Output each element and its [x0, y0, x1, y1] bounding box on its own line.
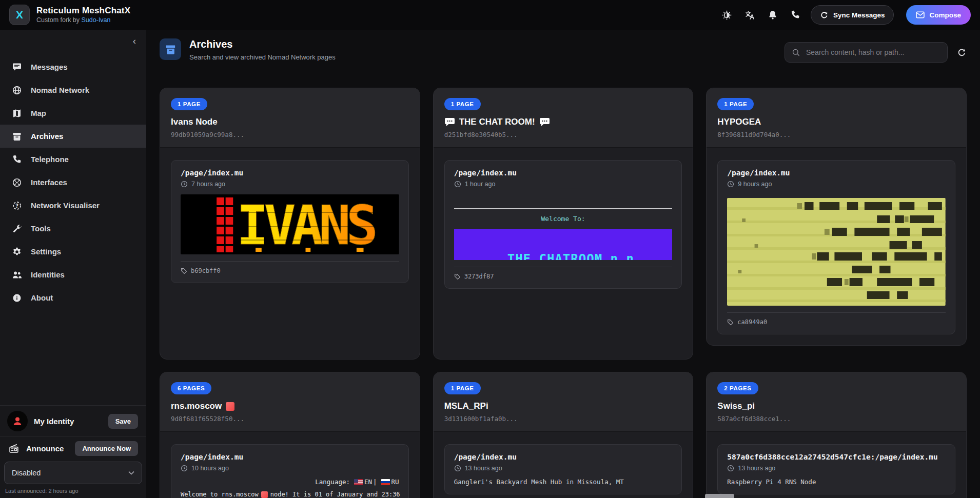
archive-card-chat-room[interactable]: 1 PAGE THE CHAT ROOM! d251bfd8e305 [433, 88, 694, 360]
page-text-preview: Gangleri's Backyard Mesh Hub in Missoula… [454, 478, 673, 486]
translate-button[interactable] [744, 10, 755, 21]
last-announced-text: Last announced: 2 hours ago [0, 488, 146, 498]
timestamp-text: 10 hours ago [191, 465, 229, 472]
telephone-button[interactable] [790, 10, 800, 20]
announce-interval-value: Disabled [12, 469, 41, 477]
clock-icon [454, 181, 461, 188]
announce-now-button[interactable]: Announce Now [75, 441, 138, 456]
sidebar-item-label: Identities [31, 270, 65, 279]
archived-page-panel[interactable]: /page/index.mu 9 hours ago [717, 160, 955, 334]
archive-card-swiss-pi[interactable]: 2 PAGES Swiss_pi 587a0cf6d388cce1... 587… [706, 372, 967, 498]
language-line: Language: EN|RU [181, 478, 399, 486]
sidebar-item-label: Map [31, 109, 46, 117]
page-timestamp: 1 hour ago [454, 181, 673, 188]
sidebar-item-network-visualiser[interactable]: ? Network Visualiser [0, 194, 146, 217]
clock-icon [727, 181, 734, 188]
banner-text: THE CHATROOM n_n [507, 252, 634, 260]
page-path: 587a0cf6d388cce12a27452d547cfc1e:/page/i… [727, 453, 946, 461]
sidebar-item-label: Telephone [31, 155, 69, 164]
archive-card-rns-moscow[interactable]: 6 PAGES rns.moscow 9d8f681f65528f50... /… [160, 372, 420, 498]
sidebar-item-map[interactable]: Map [0, 102, 146, 125]
gear-icon [12, 247, 22, 257]
sidebar-item-archives[interactable]: Archives [0, 125, 146, 148]
app-logo[interactable]: X [9, 5, 30, 25]
card-body: /page/index.mu 7 hours ago [160, 147, 420, 295]
archived-page-panel[interactable]: /page/index.mu 1 hour ago Welcome To: TH… [444, 160, 682, 289]
timestamp-text: 13 hours ago [465, 465, 502, 472]
tag-text: ca8949a0 [737, 318, 767, 326]
svg-text:IVANS: IVANS [237, 194, 375, 254]
save-button[interactable]: Save [108, 414, 138, 429]
page-path: /page/index.mu [727, 169, 946, 177]
page-count-badge: 1 PAGE [717, 98, 754, 110]
page-timestamp: 13 hours ago [727, 465, 946, 472]
sidebar-collapse-row: ‹ [0, 30, 146, 51]
search-area [785, 42, 967, 63]
sidebar-nav: Messages Nomad Network Map Archives [0, 51, 146, 309]
card-header: 1 PAGE Ivans Node 99db91059a9c99a8... [160, 88, 420, 147]
page-timestamp: 7 hours ago [181, 181, 399, 188]
wrench-icon [12, 224, 22, 234]
archived-page-panel[interactable]: /page/index.mu 13 hours ago Gangleri's B… [444, 444, 682, 494]
welcome-text: Welcome To: [454, 215, 673, 223]
svg-text:?: ? [15, 202, 18, 208]
sidebar-item-label: Messages [31, 63, 68, 71]
card-title: Swiss_pi [717, 401, 755, 411]
sidebar-item-identities[interactable]: Identities [0, 263, 146, 286]
archive-card-ivans-node[interactable]: 1 PAGE Ivans Node 99db91059a9c99a8... /p… [160, 88, 420, 360]
refresh-button[interactable] [957, 48, 967, 57]
divider [181, 261, 399, 262]
sidebar-item-interfaces[interactable]: Interfaces [0, 171, 146, 194]
page-subtitle: Search and view archived Nomad Network p… [189, 53, 785, 61]
card-title: rns.moscow [171, 401, 222, 411]
avatar[interactable] [7, 411, 28, 431]
sidebar-item-label: Interfaces [31, 178, 67, 187]
top-actions: Sync Messages Compose [721, 5, 971, 25]
scrollbar-thumb[interactable] [705, 494, 734, 498]
tag-text: b69cbff0 [191, 267, 221, 274]
welcome-pre: Welcome to rns.moscow [181, 491, 259, 498]
sidebar-item-tools[interactable]: Tools [0, 217, 146, 240]
welcome-line: Welcome to rns.moscow node! It is 01 of … [181, 491, 399, 498]
author-link[interactable]: Sudo-Ivan [82, 16, 111, 24]
page-path: /page/index.mu [454, 169, 673, 177]
lang-en: EN [364, 478, 372, 486]
notifications-button[interactable] [768, 10, 778, 21]
speech-balloon-icon [444, 117, 455, 127]
sidebar-item-nomad-network[interactable]: Nomad Network [0, 78, 146, 102]
page-timestamp: 9 hours ago [727, 181, 946, 188]
clock-icon [181, 465, 188, 472]
timestamp-text: 7 hours ago [191, 181, 225, 188]
divider [454, 267, 673, 267]
archive-card-hypogea[interactable]: 1 PAGE HYPOGEA 8f396811d9d704a0... /page… [706, 88, 967, 346]
archived-page-panel[interactable]: /page/index.mu 10 hours ago Language: EN… [171, 444, 409, 498]
page-path: /page/index.mu [454, 453, 673, 461]
archived-page-panel[interactable]: 587a0cf6d388cce12a27452d547cfc1e:/page/i… [717, 444, 955, 494]
sidebar-item-messages[interactable]: Messages [0, 55, 146, 78]
theme-brightness-button[interactable] [721, 10, 732, 21]
timestamp-text: 13 hours ago [738, 465, 775, 472]
sidebar-collapse-button[interactable]: ‹ [133, 36, 136, 46]
bell-icon [768, 10, 778, 21]
identity-row: My Identity Save [0, 406, 146, 436]
card-title: HYPOGEA [717, 117, 761, 127]
card-header: 6 PAGES rns.moscow 9d8f681f65528f50... [160, 372, 420, 431]
sidebar-item-settings[interactable]: Settings [0, 240, 146, 263]
sidebar-item-about[interactable]: About [0, 286, 146, 309]
card-hash: 3d131600bf1afa0b... [444, 415, 682, 423]
page-count-badge: 1 PAGE [171, 98, 207, 110]
archive-card-msla-rpi[interactable]: 1 PAGE MSLA_RPi 3d131600bf1afa0b... /pag… [433, 372, 694, 498]
announce-interval-select[interactable]: Disabled [4, 462, 142, 484]
sync-messages-button[interactable]: Sync Messages [811, 5, 894, 25]
compose-button[interactable]: Compose [906, 5, 971, 25]
tag-row: ca8949a0 [727, 318, 946, 326]
info-icon [12, 293, 22, 303]
card-body: /page/index.mu 13 hours ago Gangleri's B… [434, 431, 693, 498]
app-titles: Reticulum MeshChatX Custom fork by Sudo-… [36, 6, 130, 24]
sidebar-item-telephone[interactable]: Telephone [0, 148, 146, 171]
identity-label: My Identity [34, 417, 102, 426]
archived-page-panel[interactable]: /page/index.mu 7 hours ago [171, 160, 409, 283]
search-input[interactable] [805, 48, 940, 57]
tag-icon [181, 268, 187, 274]
page-count-badge: 2 PAGES [717, 382, 758, 394]
